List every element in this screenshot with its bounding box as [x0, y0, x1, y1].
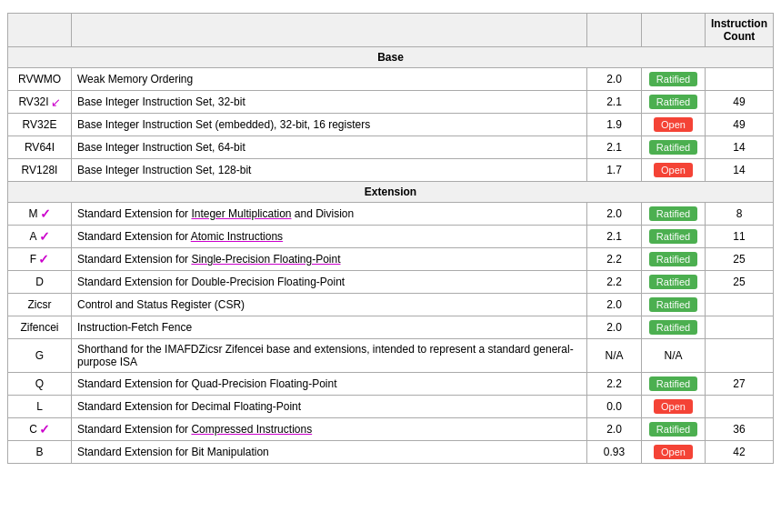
- cell-description: Standard Extension for Integer Multiplic…: [72, 203, 587, 226]
- table-row: C ✓ Standard Extension for Compressed In…: [8, 418, 774, 441]
- name-text: B: [35, 446, 43, 458]
- isa-table: InstructionCount BaseRVWMOWeak Memory Or…: [7, 13, 774, 464]
- status-badge-ratified: Ratified: [649, 320, 697, 335]
- cell-instruction-count: 25: [706, 248, 774, 271]
- status-badge-ratified: Ratified: [649, 95, 697, 109]
- cell-status: Ratified: [642, 294, 706, 316]
- status-badge-ratified: Ratified: [649, 140, 697, 155]
- cell-description: Weak Memory Ordering: [72, 68, 587, 91]
- cell-instruction-count: 14: [706, 136, 774, 159]
- cell-instruction-count: 42: [706, 441, 774, 464]
- name-text: RVWMO: [18, 73, 61, 85]
- status-badge-ratified: Ratified: [649, 229, 697, 244]
- cell-status: Open: [642, 441, 706, 464]
- status-badge-ratified: Ratified: [649, 206, 697, 221]
- table-row: BStandard Extension for Bit Manipulation…: [8, 441, 774, 464]
- cell-instruction-count: 49: [706, 91, 774, 114]
- cell-name: RV32I ↙: [8, 91, 72, 114]
- cell-description: Base Integer Instruction Set, 32-bit: [72, 91, 587, 114]
- cell-description: Instruction-Fetch Fence: [72, 316, 587, 339]
- status-badge-open: Open: [654, 163, 693, 177]
- table-row: RV32EBase Integer Instruction Set (embed…: [8, 114, 774, 136]
- cell-instruction-count: 11: [706, 226, 774, 248]
- status-badge-ratified: Ratified: [649, 422, 697, 437]
- status-badge-ratified: Ratified: [649, 252, 697, 266]
- checkmark-icon: ✓: [38, 252, 49, 266]
- status-badge-ratified: Ratified: [649, 72, 697, 86]
- status-badge-ratified: Ratified: [649, 376, 697, 391]
- status-badge-open: Open: [654, 399, 693, 414]
- cell-name: M ✓: [8, 203, 72, 226]
- cell-instruction-count: [706, 396, 774, 418]
- table-row: RVWMOWeak Memory Ordering2.0Ratified: [8, 68, 774, 91]
- cell-version: 1.9: [587, 114, 642, 136]
- cell-status: Ratified: [642, 136, 706, 159]
- cell-status: Open: [642, 114, 706, 136]
- cell-name: Zicsr: [8, 294, 72, 316]
- cell-status: Open: [642, 396, 706, 418]
- cell-status: Ratified: [642, 203, 706, 226]
- cell-version: 0.0: [587, 396, 642, 418]
- name-text: Q: [35, 377, 44, 390]
- cell-status: Ratified: [642, 91, 706, 114]
- cell-version: 2.1: [587, 136, 642, 159]
- name-text: L: [36, 400, 43, 413]
- col-header-instruction-count: InstructionCount: [706, 14, 774, 47]
- cell-version: 2.2: [587, 248, 642, 271]
- name-text: RV32I: [18, 95, 48, 108]
- cell-instruction-count: 49: [706, 114, 774, 136]
- cell-version: 1.7: [587, 159, 642, 182]
- cell-instruction-count: [706, 68, 774, 91]
- cell-name: L: [8, 396, 72, 418]
- cell-version: N/A: [587, 339, 642, 373]
- cell-instruction-count: [706, 294, 774, 316]
- table-row: DStandard Extension for Double-Precision…: [8, 271, 774, 294]
- cell-name: G: [8, 339, 72, 373]
- table-row: A ✓ Standard Extension for Atomic Instru…: [8, 226, 774, 248]
- cell-status: Open: [642, 159, 706, 182]
- cell-description: Base Integer Instruction Set, 128-bit: [72, 159, 587, 182]
- arrow-icon: ↙: [51, 95, 61, 109]
- cell-version: 2.0: [587, 316, 642, 339]
- status-badge-open: Open: [654, 445, 693, 459]
- cell-version: 0.93: [587, 441, 642, 464]
- cell-description: Standard Extension for Quad-Precision Fl…: [72, 373, 587, 396]
- cell-status: Ratified: [642, 271, 706, 294]
- cell-version: 2.2: [587, 373, 642, 396]
- table-container: InstructionCount BaseRVWMOWeak Memory Or…: [0, 0, 781, 471]
- cell-instruction-count: 8: [706, 203, 774, 226]
- name-text: Zicsr: [28, 298, 52, 311]
- name-text: D: [35, 276, 44, 288]
- name-text: F: [30, 253, 36, 266]
- cell-description: Standard Extension for Atomic Instructio…: [72, 226, 587, 248]
- section-header-extension: Extension: [8, 182, 774, 203]
- cell-instruction-count: 14: [706, 159, 774, 182]
- cell-version: 2.0: [587, 294, 642, 316]
- cell-name: C ✓: [8, 418, 72, 441]
- checkmark-icon: ✓: [40, 206, 51, 221]
- table-row: ZifenceiInstruction-Fetch Fence2.0Ratifi…: [8, 316, 774, 339]
- cell-version: 2.0: [587, 68, 642, 91]
- name-text: A: [29, 230, 36, 243]
- table-row: RV32I ↙ Base Integer Instruction Set, 32…: [8, 91, 774, 114]
- status-badge-open: Open: [654, 117, 693, 132]
- cell-status: Ratified: [642, 68, 706, 91]
- name-text: Zifencei: [20, 321, 58, 334]
- cell-version: 2.1: [587, 91, 642, 114]
- cell-version: 2.0: [587, 203, 642, 226]
- table-row: M ✓ Standard Extension for Integer Multi…: [8, 203, 774, 226]
- name-text: C: [29, 423, 37, 436]
- cell-status: Ratified: [642, 418, 706, 441]
- cell-description: Standard Extension for Decimal Floating-…: [72, 396, 587, 418]
- cell-instruction-count: 36: [706, 418, 774, 441]
- cell-description: Base Integer Instruction Set (embedded),…: [72, 114, 587, 136]
- cell-instruction-count: [706, 339, 774, 373]
- cell-name: RVWMO: [8, 68, 72, 91]
- cell-instruction-count: 25: [706, 271, 774, 294]
- table-row: F ✓ Standard Extension for Single-Precis…: [8, 248, 774, 271]
- status-badge-ratified: Ratified: [649, 297, 697, 312]
- table-row: ZicsrControl and Status Register (CSR)2.…: [8, 294, 774, 316]
- cell-name: A ✓: [8, 226, 72, 248]
- table-row: RV128IBase Integer Instruction Set, 128-…: [8, 159, 774, 182]
- checkmark-icon: ✓: [39, 229, 50, 244]
